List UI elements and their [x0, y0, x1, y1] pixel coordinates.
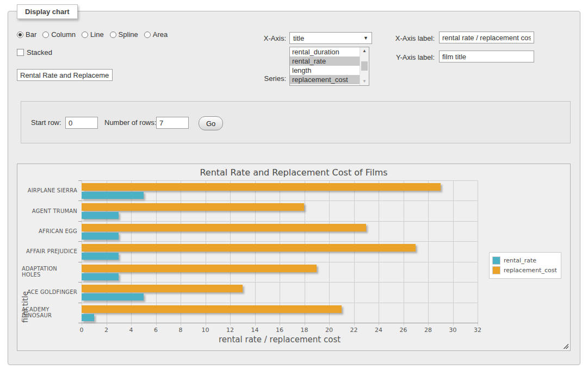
stacked-label: Stacked — [27, 48, 52, 57]
x-axis-label-label: X-Axis label: — [383, 34, 435, 42]
y-axis-tick — [78, 241, 82, 242]
y-axis-tick — [78, 200, 82, 201]
y-axis-label-input[interactable] — [439, 51, 534, 62]
series-option-rental_rate[interactable]: rental_rate — [290, 57, 369, 66]
x-tick-label: 0 — [73, 327, 90, 334]
chart-type-radio-group: BarColumnLineSplineArea — [17, 30, 168, 39]
x-tick-label: 22 — [346, 327, 362, 334]
y-axis-label-label: Y-Axis label: — [383, 53, 435, 61]
chart-type-option-spline[interactable]: Spline — [110, 30, 138, 39]
x-tick-label: 4 — [123, 327, 139, 334]
x-tick-label: 2 — [98, 327, 115, 334]
legend-swatch — [492, 256, 500, 265]
x-axis-select-label: X-Axis: — [247, 34, 286, 42]
chart-type-option-bar[interactable]: Bar — [17, 30, 36, 39]
chart-title-input[interactable] — [17, 69, 113, 81]
dropdown-arrow-icon: ▼ — [363, 35, 368, 41]
display-chart-panel: Display chart BarColumnLineSplineArea St… — [8, 11, 580, 365]
chart-type-option-column[interactable]: Column — [42, 30, 76, 39]
y-axis-tick — [78, 262, 82, 262]
gridline — [230, 180, 231, 325]
gridline — [255, 180, 256, 325]
gridline — [181, 180, 181, 325]
series-listbox[interactable]: rental_durationrental_ratelengthreplacem… — [289, 47, 369, 86]
x-tick-label: 30 — [445, 327, 461, 334]
gridline — [329, 180, 330, 325]
number-of-rows-input[interactable] — [156, 117, 189, 129]
series-scrollbar[interactable]: ▲ ▼ — [360, 47, 369, 85]
chart-legend: rental_ratereplacement_cost — [489, 252, 561, 279]
bar-rental_rate — [82, 212, 119, 219]
series-option-length[interactable]: length — [290, 66, 369, 75]
x-axis-selected-value: title — [293, 34, 304, 42]
bar-replacement_cost — [82, 183, 441, 191]
x-tick-label: 32 — [469, 327, 486, 334]
chart-type-option-line[interactable]: Line — [82, 30, 104, 39]
series-option-replacement_cost[interactable]: replacement_cost — [290, 75, 369, 84]
bar-replacement_cost — [82, 265, 317, 272]
category-label: ACADEMY DINOSAUR — [22, 303, 77, 323]
gridline — [82, 180, 478, 181]
bar-rental_rate — [82, 273, 119, 280]
gridline — [280, 180, 280, 325]
legend-item: replacement_cost — [492, 266, 557, 274]
series-select-label: Series: — [247, 74, 286, 83]
legend-label: replacement_cost — [500, 267, 557, 274]
gridline — [82, 303, 478, 303]
x-tick-label: 16 — [271, 327, 288, 334]
chart-resize-handle[interactable] — [562, 343, 568, 349]
bar-replacement_cost — [82, 244, 416, 252]
chart-type-option-label: Column — [51, 30, 76, 39]
y-axis-tick — [78, 180, 82, 181]
bar-rental_rate — [82, 233, 119, 240]
x-tick-label: 28 — [420, 327, 436, 334]
y-axis-tick — [78, 221, 82, 222]
gridline — [82, 282, 478, 283]
radio-icon — [82, 32, 88, 38]
bar-replacement_cost — [82, 224, 366, 231]
category-label: ACE GOLDFINGER — [22, 282, 77, 302]
gridline — [156, 180, 157, 325]
start-row-input[interactable] — [65, 117, 98, 129]
chart-x-axis-title: rental rate / replacement cost — [82, 335, 478, 344]
gridline — [131, 180, 132, 325]
scrollbar-up-icon[interactable]: ▲ — [360, 47, 369, 55]
y-axis-tick — [78, 303, 82, 303]
radio-icon — [17, 32, 23, 38]
gridline — [478, 180, 478, 325]
radio-icon — [144, 32, 151, 38]
chart-type-option-label: Spline — [119, 30, 138, 39]
x-tick-label: 20 — [321, 327, 337, 334]
panel-legend: Display chart — [17, 4, 78, 19]
radio-icon — [110, 32, 116, 38]
radio-icon — [42, 32, 49, 38]
x-tick-label: 18 — [296, 327, 313, 334]
gridline — [305, 180, 305, 325]
x-tick-label: 14 — [247, 327, 263, 334]
category-label: ADAPTATION HOLES — [22, 262, 77, 282]
bar-rental_rate — [82, 253, 119, 260]
x-axis-line — [78, 323, 478, 323]
stacked-checkbox[interactable] — [17, 49, 24, 56]
x-tick-label: 8 — [172, 327, 189, 334]
x-tick-label: 10 — [197, 327, 214, 334]
go-button[interactable]: Go — [199, 116, 223, 130]
gridline — [404, 180, 404, 325]
scrollbar-down-icon[interactable]: ▼ — [360, 78, 369, 85]
legend-swatch — [492, 266, 500, 274]
bar-rental_rate — [82, 293, 144, 300]
bar-replacement_cost — [82, 285, 243, 292]
scrollbar-thumb[interactable] — [361, 61, 368, 71]
chart-type-option-label: Bar — [26, 30, 36, 39]
y-axis-tick — [78, 282, 82, 283]
gridline — [206, 180, 206, 325]
series-option-rental_duration[interactable]: rental_duration — [290, 47, 369, 57]
category-label: AIRPLANE SIERRA — [22, 180, 77, 200]
x-axis-label-input[interactable] — [439, 32, 534, 43]
gridline — [82, 241, 478, 242]
gridline — [82, 262, 478, 262]
x-tick-label: 6 — [148, 327, 164, 334]
stacked-checkbox-row[interactable]: Stacked — [17, 48, 52, 57]
x-axis-select[interactable]: title ▼ — [289, 32, 372, 44]
chart-type-option-area[interactable]: Area — [144, 30, 168, 39]
